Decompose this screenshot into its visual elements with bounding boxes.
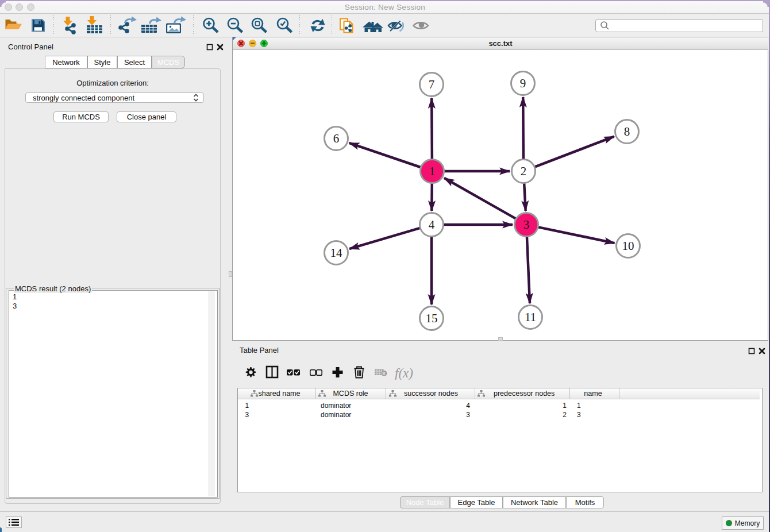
svg-text:1: 1 [429, 164, 436, 178]
svg-text:f(x): f(x) [395, 366, 413, 380]
svg-text:6: 6 [333, 132, 340, 145]
svg-text:14: 14 [330, 246, 343, 260]
svg-text:4: 4 [429, 218, 435, 232]
svg-text:15: 15 [426, 311, 438, 325]
svg-text:7: 7 [429, 78, 435, 91]
svg-text:8: 8 [624, 125, 630, 138]
svg-text:11: 11 [525, 310, 536, 324]
svg-text:10: 10 [622, 239, 634, 253]
svg-text:9: 9 [520, 76, 526, 90]
svg-text:3: 3 [523, 218, 530, 232]
svg-text:2: 2 [521, 164, 527, 178]
